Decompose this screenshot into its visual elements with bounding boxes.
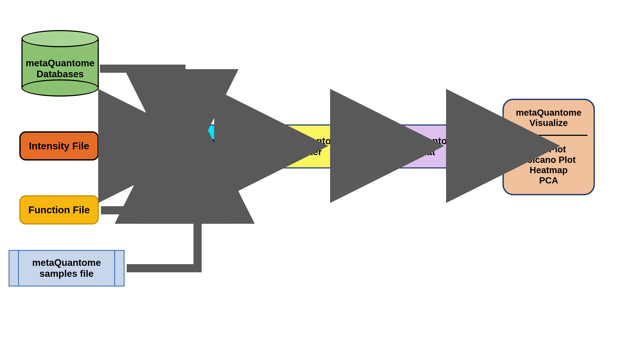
arrow-db-expand [100,69,182,115]
arrows [0,0,644,362]
arrow-samples-expand [127,178,198,268]
arrow-function-expand [101,178,172,210]
